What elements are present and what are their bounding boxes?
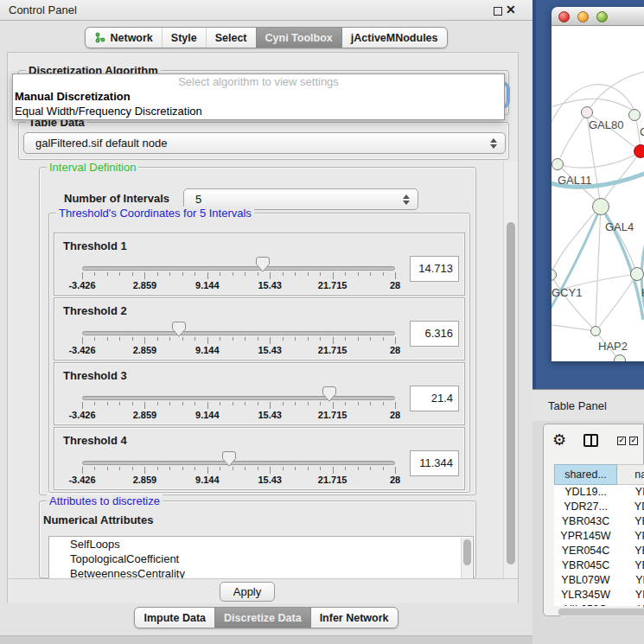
tab-discretize-data[interactable]: Discretize Data — [214, 608, 310, 628]
list-scrollbar-thumb[interactable] — [463, 539, 471, 565]
slider-tick — [144, 337, 145, 344]
table-row[interactable]: YBR045CYBR0 — [554, 558, 644, 573]
slider-tick-label: 21.715 — [309, 280, 357, 290]
column-header-name[interactable]: name — [617, 464, 644, 485]
table-data-select[interactable]: galFiltered.sif default node — [23, 132, 506, 154]
tab-cyni-toolbox[interactable]: Cyni Toolbox — [256, 28, 341, 48]
slider-tick — [82, 272, 83, 279]
number-of-intervals-value: 5 — [195, 193, 201, 206]
combo-arrows-icon — [403, 194, 410, 205]
algorithm-option-equal-width[interactable]: Equal Width/Frequency Discretization — [13, 104, 504, 118]
slider-tick-label: -3.426 — [58, 410, 106, 420]
list-item[interactable]: TopologicalCoefficient — [49, 552, 473, 566]
slider-tick-label: 2.859 — [120, 345, 169, 355]
close-traffic-icon[interactable] — [558, 11, 570, 22]
threshold-2-slider-track[interactable] — [82, 331, 395, 335]
slider-tick — [345, 337, 346, 341]
slider-tick — [220, 467, 220, 470]
slider-tick — [94, 272, 95, 276]
node-table: shared... name YDL19...YDL1YDR27...YDR2Y… — [554, 464, 644, 606]
zoom-traffic-icon[interactable] — [596, 11, 608, 22]
threshold-4-slider-track[interactable] — [82, 461, 395, 465]
slider-tick-label: 15.43 — [245, 345, 294, 355]
table-cell: YIL0 — [617, 603, 644, 606]
slider-tick — [258, 337, 258, 341]
list-scrollbar[interactable] — [461, 538, 472, 580]
split-column-icon[interactable] — [583, 434, 598, 447]
tab-jactivemnodules[interactable]: jActiveMNodules — [341, 28, 447, 48]
network-node[interactable] — [634, 144, 644, 158]
close-icon[interactable]: ✕ — [506, 3, 516, 16]
vertical-scrollbar-thumb[interactable] — [507, 222, 515, 564]
slider-tick — [207, 272, 208, 279]
slider-tick-label: -3.426 — [58, 280, 106, 290]
slider-tick — [182, 337, 183, 341]
checkbox-icon[interactable]: ✓ — [629, 437, 638, 445]
slider-tick — [395, 272, 396, 279]
network-canvas[interactable]: GAL80GACGAL11GAL4GCY1HHAP2 — [552, 26, 644, 361]
tab-impute-data[interactable]: Impute Data — [135, 608, 214, 628]
table-header-row: shared... name — [554, 464, 644, 485]
network-node[interactable] — [592, 198, 609, 215]
table-row[interactable]: YBR043CYBR0 — [554, 514, 644, 529]
threshold-3-slider-track[interactable] — [82, 396, 395, 400]
threshold-2-value-field[interactable]: 6.316 — [410, 321, 459, 347]
threshold-1-value-field[interactable]: 14.713 — [410, 256, 459, 282]
apply-button[interactable]: Apply — [220, 582, 275, 602]
column-header-shared-name[interactable]: shared... — [554, 464, 617, 485]
table-row[interactable]: YDR27...YDR2 — [554, 500, 644, 514]
tab-select[interactable]: Select — [206, 28, 256, 48]
table-row[interactable]: YLR345WYLR3 — [554, 588, 644, 603]
slider-tick — [194, 402, 195, 405]
slider-handle[interactable] — [256, 257, 270, 272]
slider-tick — [220, 337, 220, 341]
table-row[interactable]: YIL052CYIL0 — [554, 603, 644, 606]
slider-handle[interactable] — [172, 322, 186, 337]
network-node[interactable] — [581, 106, 593, 118]
slider-tick — [132, 402, 133, 405]
slider-handle[interactable] — [322, 386, 336, 402]
horizontal-scrollbar-thumb[interactable] — [558, 609, 644, 615]
tab-network[interactable]: Network — [86, 28, 161, 48]
slider-tick — [194, 337, 195, 341]
tab-style[interactable]: Style — [162, 28, 206, 48]
network-node[interactable] — [590, 326, 601, 336]
slider-tick — [358, 402, 359, 405]
checkbox-icon[interactable]: ✓ — [617, 437, 626, 445]
attributes-group-title: Attributes to discretize — [47, 494, 163, 507]
tab-infer-network[interactable]: Infer Network — [310, 608, 398, 628]
slider-tick — [107, 467, 108, 470]
network-node[interactable] — [630, 267, 644, 281]
slider-tick — [283, 467, 284, 470]
slider-tick — [283, 337, 284, 341]
table-row[interactable]: YER054CYER0 — [554, 544, 644, 558]
threshold-1-slider-track[interactable] — [82, 266, 395, 271]
thresholds-group-title: Threshold's Coordinates for 5 Intervals — [56, 207, 254, 220]
slider-tick — [358, 337, 359, 341]
slider-tick — [333, 402, 334, 409]
gear-icon[interactable]: ⚙ — [552, 431, 566, 449]
vertical-scrollbar[interactable] — [503, 162, 518, 578]
slider-scale-labels: -3.4262.8599.14415.4321.71528 — [82, 410, 395, 421]
list-item[interactable]: SelfLoops — [49, 537, 473, 552]
slider-tick — [169, 467, 170, 470]
table-row[interactable]: YBL079WYBL0 — [554, 573, 644, 588]
network-node[interactable] — [614, 354, 626, 361]
table-row[interactable]: YPR145WYPR1 — [554, 529, 644, 544]
algorithm-option-manual[interactable]: Manual Discretization — [13, 89, 504, 104]
slider-tick-label: 21.715 — [309, 410, 357, 420]
threshold-4-value-field[interactable]: 11.344 — [410, 450, 459, 476]
horizontal-scrollbar[interactable] — [558, 608, 644, 616]
threshold-3-value-field[interactable]: 21.4 — [410, 386, 459, 411]
slider-tick — [358, 467, 359, 470]
float-window-icon[interactable] — [494, 7, 502, 16]
network-node[interactable] — [552, 158, 564, 170]
table-row[interactable]: YDL19...YDL1 — [554, 485, 644, 500]
minimize-traffic-icon[interactable] — [577, 11, 589, 22]
network-window-titlebar[interactable] — [552, 7, 644, 26]
threshold-1-label: Threshold 1 — [63, 239, 127, 252]
slider-tick — [182, 402, 183, 405]
network-node[interactable] — [628, 109, 641, 121]
slider-handle[interactable] — [222, 451, 236, 467]
slider-tick — [245, 467, 245, 470]
